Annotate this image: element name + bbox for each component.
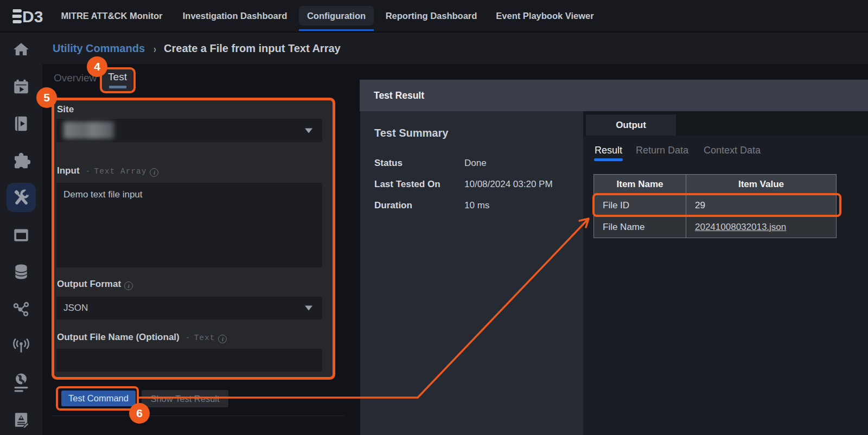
output-file-info-icon[interactable]: i [218,335,227,343]
file-id-value-cell: 29 [686,195,837,216]
output-file-name-input[interactable] [56,349,322,372]
sidebar-item-integrations[interactable] [7,146,36,175]
badge-6-number: 6 [136,407,143,420]
integrations-puzzle-icon [12,151,30,170]
status-value: Done [464,158,487,169]
nav-active-underline [299,29,374,31]
test-result-header: Test Result [360,80,868,111]
breadcrumb-separator-icon: › [154,42,156,55]
nav-mitre-attack-monitor[interactable]: MITRE ATT&CK Monitor [60,0,164,31]
test-summary-title: Test Summary [374,127,448,139]
output-area: Output Result Return Data Context Data I… [583,111,868,435]
tab-overview[interactable]: Overview [54,72,97,84]
file-name-name-cell: File Name [594,216,686,238]
chevron-down-icon [305,306,312,311]
input-textarea-value: Demo text file input [63,189,143,200]
d3-logo: D3 [12,8,43,25]
share-network-icon [12,300,30,318]
site-value-redacted [63,121,114,139]
table-row-file-id: File ID 29 [594,195,837,216]
nav-event-playbook-viewer[interactable]: Event Playbook Viewer [495,0,595,31]
input-info-icon[interactable]: i [150,168,158,177]
nav-configuration[interactable]: Configuration [299,6,374,25]
calendar-icon [12,226,30,244]
col-item-value: Item Value [686,175,837,195]
playbook-library-icon [12,114,30,133]
database-icon [12,263,30,281]
output-file-name-label: Output File Name (Optional) - Texti [57,332,227,343]
globe-lines-icon [10,372,32,394]
input-textarea[interactable]: Demo text file input [56,183,322,267]
subtab-context-data[interactable]: Context Data [704,145,761,156]
sidebar-item-playbook-library[interactable] [7,109,36,138]
test-command-button[interactable]: Test Command [61,391,136,406]
output-format-label: Output Formati [57,279,133,290]
output-format-value: JSON [63,303,88,314]
svg-text:D3: D3 [22,8,43,25]
left-pane-divider [52,415,344,416]
last-tested-on-value: 10/08/2024 03:20 PM [464,179,553,190]
sidebar-item-web-publish[interactable] [7,368,36,398]
subtab-result-underline [594,158,623,161]
tab-test-label: Test [108,71,127,83]
tab-test[interactable]: Test [102,68,133,91]
breadcrumb: Utility Commands › Create a File from in… [42,33,868,64]
output-format-select[interactable]: JSON [56,297,322,319]
file-id-name-cell: File ID [594,195,686,216]
sidebar-item-scheduled-playbooks[interactable] [7,72,36,101]
output-result-table: Item Name Item Value File ID 29 File Nam… [593,174,837,238]
tab-test-underline [109,86,126,88]
home-icon [12,41,30,59]
nav-investigation-dashboard[interactable]: Investigation Dashboard [181,0,289,31]
show-test-result-button[interactable]: Show Test Result [142,390,228,407]
document-edit-icon [12,411,30,429]
broadcast-antenna-icon [12,337,30,355]
test-form-panel: Site Input - Text Arrayi Demo text file … [52,98,335,380]
subtab-result-label: Result [595,145,622,156]
sidebar-item-utility-commands[interactable] [7,183,36,212]
sidebar-item-report-editor[interactable] [7,405,36,434]
tab-output[interactable]: Output [586,114,676,136]
test-result-panel: Test Result Test Summary Status Done Las… [360,80,868,435]
utility-tools-icon [12,188,30,207]
sidebar [0,33,42,435]
col-item-name: Item Name [594,175,686,195]
sidebar-item-data[interactable] [7,257,36,286]
input-label: Input - Text Arrayi [57,165,158,177]
table-row-file-name: File Name 20241008032013.json [594,216,837,238]
badge-5-number: 5 [43,91,50,104]
site-select[interactable] [56,119,322,142]
chevron-down-icon [305,128,312,133]
nav-reporting-dashboard[interactable]: Reporting Dashboard [384,0,478,31]
top-nav: D3 MITRE ATT&CK Monitor Investigation Da… [0,0,868,33]
table-header-row: Item Name Item Value [594,175,837,195]
subtab-return-data[interactable]: Return Data [636,145,688,156]
status-label: Status [374,158,403,169]
sidebar-item-home[interactable] [7,35,36,65]
file-name-link[interactable]: 20241008032013.json [695,222,786,232]
breadcrumb-utility-commands[interactable]: Utility Commands [53,42,145,55]
test-result-title: Test Result [374,90,424,101]
subtab-result[interactable]: Result [595,145,622,156]
site-label: Site [57,104,74,115]
sidebar-item-broadcast[interactable] [7,331,36,361]
last-tested-on-label: Last Tested On [374,179,441,190]
sidebar-item-connections[interactable] [7,295,36,324]
calendar-play-icon [12,78,30,96]
test-summary-panel: Test Summary Status Done Last Tested On … [360,111,583,435]
page-title: Create a File from input Text Array [164,42,341,55]
output-format-info-icon[interactable]: i [124,282,133,290]
duration-value: 10 ms [464,200,489,211]
duration-label: Duration [374,200,412,211]
sidebar-item-events[interactable] [7,220,36,250]
file-name-value-cell: 20241008032013.json [686,216,837,238]
